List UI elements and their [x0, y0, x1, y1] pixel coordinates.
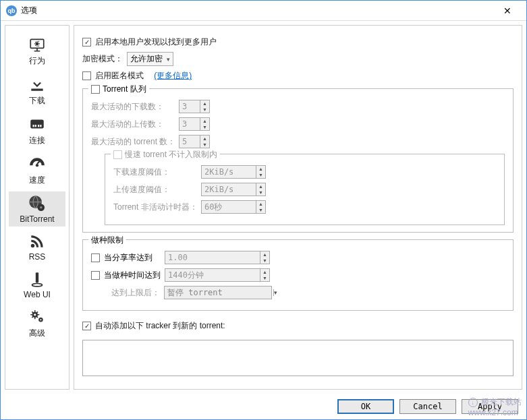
spin-down-icon[interactable]: ▼ — [200, 124, 209, 130]
sidebar-item-rss[interactable]: RSS — [9, 229, 65, 264]
sidebar-item-label: 速度 — [29, 175, 45, 186]
sidebar-item-downloads[interactable]: 下载 — [9, 72, 65, 109]
ratio-checkbox[interactable] — [91, 253, 100, 262]
sidebar-item-advanced[interactable]: 高级 — [9, 305, 65, 342]
spin-down-icon[interactable]: ▼ — [260, 275, 269, 281]
dl-thresh-label: 下载速度阈值： — [113, 167, 201, 178]
spin-down-icon[interactable]: ▼ — [200, 142, 209, 148]
time-spin[interactable]: ▲▼ — [165, 268, 270, 282]
content-panel: 启用本地用户发现以找到更多用户 加密模式： 允许加密 ▾ 启用匿名模式 (更多信… — [74, 25, 522, 390]
gears-icon — [28, 307, 47, 326]
ok-button[interactable]: OK — [337, 399, 394, 414]
spin-down-icon[interactable]: ▼ — [256, 207, 265, 213]
spin-down-icon[interactable]: ▼ — [200, 107, 209, 113]
rss-icon — [28, 232, 47, 251]
footer: OK Cancel Apply ↓ 极光下载站 www.x27.com — [1, 394, 526, 419]
svg-point-14 — [32, 284, 42, 287]
svg-point-11 — [40, 206, 43, 209]
svg-rect-13 — [36, 272, 38, 282]
action-label: 达到上限后： — [91, 287, 164, 299]
spin-up-icon[interactable]: ▲ — [260, 251, 269, 258]
action-row: 达到上限后： ▾ — [91, 286, 505, 299]
monitor-icon — [28, 35, 47, 54]
svg-rect-3 — [30, 120, 44, 129]
spin-down-icon[interactable]: ▼ — [256, 172, 265, 178]
svg-rect-7 — [40, 125, 41, 127]
lpd-checkbox[interactable] — [82, 38, 91, 47]
trackers-textarea[interactable] — [82, 340, 514, 376]
more-info-link[interactable]: (更多信息) — [154, 70, 192, 82]
apply-button[interactable]: Apply — [462, 399, 518, 414]
spin-down-icon[interactable]: ▼ — [256, 189, 265, 196]
action-combo[interactable]: ▾ — [164, 286, 272, 299]
spin-up-icon[interactable]: ▲ — [256, 183, 265, 189]
sidebar-item-label: 行为 — [29, 55, 45, 67]
slow-legend: 慢速 torrent 不计入限制内 — [111, 149, 220, 160]
gauge-icon — [28, 154, 47, 173]
cancel-button[interactable]: Cancel — [399, 399, 456, 414]
max-active-row: 最大活动的 torrent 数： ▲▼ — [91, 135, 505, 148]
spin-up-icon[interactable]: ▲ — [200, 100, 209, 107]
inactive-label: Torrent 非活动计时器： — [113, 202, 201, 213]
spin-up-icon[interactable]: ▲ — [256, 201, 265, 207]
max-active-input[interactable] — [179, 136, 200, 148]
max-dl-input[interactable] — [179, 100, 200, 113]
lpd-row: 启用本地用户发现以找到更多用户 — [82, 36, 514, 48]
ul-thresh-input[interactable] — [202, 183, 256, 196]
time-checkbox[interactable] — [91, 271, 100, 280]
svg-rect-2 — [31, 89, 43, 91]
inactive-spin[interactable]: ▲▼ — [201, 200, 266, 214]
seeding-legend-label: 做种限制 — [91, 235, 123, 246]
encryption-select[interactable]: 允许加密 ▾ — [127, 52, 173, 66]
spin-up-icon[interactable]: ▲ — [260, 269, 269, 275]
encryption-label: 加密模式： — [82, 53, 123, 65]
max-active-label: 最大活动的 torrent 数： — [91, 136, 179, 148]
slow-checkbox[interactable] — [113, 150, 122, 159]
dl-thresh-input[interactable] — [202, 166, 256, 178]
window-title: 选项 — [21, 5, 494, 16]
dl-thresh-spin[interactable]: ▲▼ — [201, 165, 266, 179]
spin-up-icon[interactable]: ▲ — [200, 118, 209, 124]
ratio-spin[interactable]: ▲▼ — [165, 251, 270, 264]
max-ul-label: 最大活动的上传数： — [91, 119, 179, 130]
max-active-spin[interactable]: ▲▼ — [179, 135, 210, 148]
ul-thresh-spin[interactable]: ▲▼ — [201, 183, 266, 196]
max-dl-spin[interactable]: ▲▼ — [179, 100, 210, 113]
sidebar-item-bittorrent[interactable]: BitTorrent — [9, 191, 65, 227]
sidebar-item-label: Web UI — [24, 290, 51, 299]
svg-rect-4 — [33, 125, 34, 127]
encryption-row: 加密模式： 允许加密 ▾ — [82, 52, 514, 66]
options-window: qb 选项 ✕ 行为 下载 连接 — [0, 0, 527, 420]
sidebar-item-connection[interactable]: 连接 — [9, 112, 65, 149]
max-ul-input[interactable] — [179, 118, 200, 130]
sidebar-item-label: RSS — [29, 252, 46, 262]
sidebar-item-webui[interactable]: Web UI — [9, 267, 65, 302]
trackers-checkbox[interactable] — [82, 322, 91, 330]
inactive-input[interactable] — [202, 201, 256, 213]
spin-down-icon[interactable]: ▼ — [260, 258, 269, 264]
seeding-fieldset: 做种限制 当分享率达到 ▲▼ 当做种时间达到 ▲▼ — [82, 239, 514, 311]
sidebar-item-behavior[interactable]: 行为 — [9, 32, 65, 69]
sidebar: 行为 下载 连接 速度 — [5, 25, 70, 390]
time-input[interactable] — [165, 269, 260, 281]
spin-up-icon[interactable]: ▲ — [200, 136, 209, 142]
lpd-label: 启用本地用户发现以找到更多用户 — [95, 36, 217, 48]
max-ul-spin[interactable]: ▲▼ — [179, 117, 210, 131]
window-body: 行为 下载 连接 速度 — [1, 21, 526, 394]
sidebar-item-label: 连接 — [29, 135, 45, 146]
action-input[interactable] — [165, 288, 273, 297]
ratio-input[interactable] — [165, 251, 260, 264]
chevron-down-icon[interactable]: ▾ — [273, 289, 277, 296]
sidebar-item-speed[interactable]: 速度 — [9, 152, 65, 189]
queue-checkbox[interactable] — [91, 85, 100, 94]
anon-label: 启用匿名模式 — [95, 70, 144, 82]
server-icon — [28, 270, 47, 289]
svg-point-12 — [31, 244, 34, 247]
close-button[interactable]: ✕ — [494, 5, 521, 16]
anon-checkbox[interactable] — [82, 71, 91, 80]
queue-legend-label: Torrent 队列 — [103, 84, 146, 95]
spin-up-icon[interactable]: ▲ — [256, 166, 265, 172]
seeding-legend: 做种限制 — [88, 235, 126, 246]
ratio-label: 当分享率达到 — [104, 252, 165, 264]
ratio-row: 当分享率达到 ▲▼ — [91, 251, 505, 264]
